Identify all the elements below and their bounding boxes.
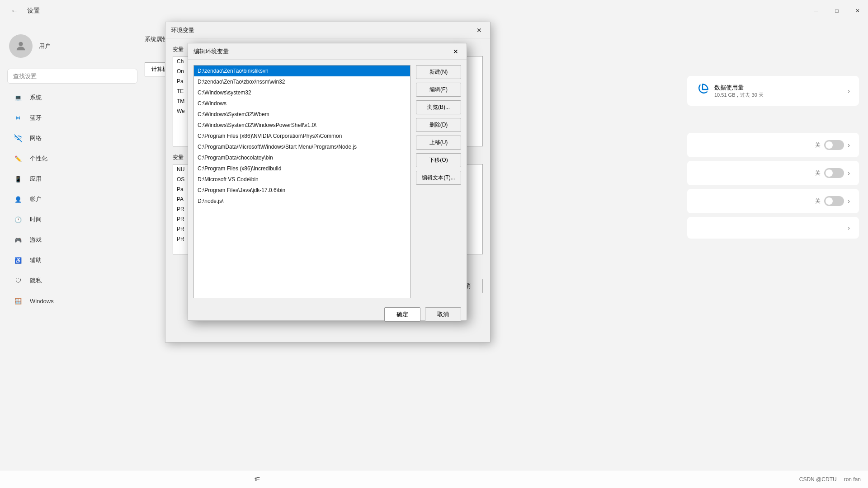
edit-text-button[interactable]: 编辑文本(T)... — [416, 171, 461, 185]
toggle-card-3: 关 › — [687, 189, 859, 213]
sidebar-item-label: 个性化 — [30, 155, 47, 163]
csdn-label: CSDN @CDTU — [799, 476, 837, 483]
toggle-state-2: 关 — [815, 169, 821, 177]
env-entry-9[interactable]: C:\Program Files (x86)\Incredibuild — [194, 163, 410, 174]
edit-env-confirm-button[interactable]: 确定 — [384, 307, 420, 322]
username: 用户 — [39, 42, 51, 50]
bluetooth-icon — [13, 113, 24, 123]
new-button[interactable]: 新建(N) — [416, 65, 461, 79]
avatar — [9, 34, 33, 58]
pen-icon: ✏️ — [13, 153, 24, 164]
env-entry-7[interactable]: C:\ProgramData\Microsoft\Windows\Start M… — [194, 141, 410, 152]
env-entry-11[interactable]: C:\Program Files\Java\jdk-17.0.6\bin — [194, 185, 410, 196]
edit-env-cancel-button[interactable]: 取消 — [425, 307, 461, 322]
chevron-right-icon-4: › — [848, 197, 850, 205]
env-entry-12[interactable]: D:\node.js\ — [194, 196, 410, 206]
windows-icon: 🪟 — [13, 296, 24, 306]
sidebar-item-label: 帐户 — [30, 195, 42, 203]
extra-label: ron fan — [844, 476, 861, 483]
env-action-panel: 新建(N) 编辑(E) 浏览(B)... 删除(D) 上移(U) 下移(O) 编… — [416, 65, 461, 298]
chevron-right-icon-3: › — [848, 169, 850, 177]
sidebar-item-label: 蓝牙 — [30, 114, 42, 122]
sidebar-item-label: 网络 — [30, 134, 42, 142]
sidebar-item-label: 时间 — [30, 216, 42, 224]
edit-env-body: D:\zendao\ZenTao\bin\sliksvn D:\zendao\Z… — [188, 60, 467, 304]
env-entry-10[interactable]: D:\Microsoft VS Code\bin — [194, 174, 410, 185]
env-entry-0[interactable]: D:\zendao\ZenTao\bin\sliksvn — [194, 66, 410, 76]
sidebar-item-accessibility[interactable]: ♿ 辅助 — [4, 250, 141, 270]
bottom-bar: tE CSDN @CDTU ron fan — [0, 470, 868, 488]
network-icon — [13, 133, 24, 144]
user-info: 用户 — [39, 42, 51, 50]
env-vars-title: 环境变量 — [171, 26, 194, 34]
sidebar-item-label: 游戏 — [30, 236, 42, 244]
sidebar-item-personalization[interactable]: ✏️ 个性化 — [4, 149, 141, 169]
right-panel: 数据使用量 10.51 GB，过去 30 天 › 关 › 关 › 关 — [687, 76, 859, 242]
toggle-switch-2[interactable] — [824, 168, 844, 178]
data-usage-label: 数据使用量 — [714, 84, 764, 92]
accounts-icon: 👤 — [13, 194, 24, 205]
data-usage-value: 10.51 GB，过去 30 天 — [714, 92, 764, 99]
toggle-switch-1[interactable] — [824, 140, 844, 150]
env-entry-1[interactable]: D:\zendao\ZenTao\zbox\nssm\win32 — [194, 76, 410, 87]
edit-env-title: 编辑环境变量 — [193, 47, 229, 56]
chevron-right-icon: › — [848, 87, 850, 94]
sidebar-item-label: 辅助 — [30, 256, 42, 264]
edit-button[interactable]: 编辑(E) — [416, 83, 461, 97]
sidebar-item-windows[interactable]: 🪟 Windows — [4, 291, 141, 311]
toggle-state-3: 关 — [815, 197, 821, 205]
toggle-state-1: 关 — [815, 141, 821, 149]
sidebar-item-bluetooth[interactable]: 蓝牙 — [4, 108, 141, 128]
chevron-right-icon-5: › — [848, 224, 850, 231]
sidebar-user: 用户 — [0, 27, 145, 65]
env-vars-titlebar: 环境变量 ✕ — [165, 22, 490, 38]
move-up-button[interactable]: 上移(U) — [416, 136, 461, 150]
sidebar-item-time[interactable]: 🕐 时间 — [4, 210, 141, 230]
sidebar-item-network[interactable]: 网络 — [4, 128, 141, 148]
back-button[interactable]: ← — [7, 4, 22, 18]
edit-env-close-button[interactable]: ✕ — [450, 46, 461, 57]
privacy-icon: 🛡 — [13, 275, 24, 286]
sidebar-item-privacy[interactable]: 🛡 隐私 — [4, 271, 141, 291]
close-button[interactable]: ✕ — [847, 0, 868, 22]
browse-button[interactable]: 浏览(B)... — [416, 100, 461, 114]
env-vars-close-button[interactable]: ✕ — [474, 25, 485, 36]
sidebar-item-accounts[interactable]: 👤 帐户 — [4, 189, 141, 209]
sidebar-item-label: 系统 — [30, 94, 42, 102]
settings-title: 设置 — [27, 7, 40, 15]
toggle-switch-3[interactable] — [824, 196, 844, 206]
settings-titlebar: ← 设置 ─ □ ✕ — [0, 0, 868, 22]
env-entry-8[interactable]: C:\ProgramData\chocolatey\bin — [194, 152, 410, 163]
edit-env-titlebar: 编辑环境变量 ✕ — [188, 43, 467, 60]
minimize-button[interactable]: ─ — [806, 0, 826, 22]
svg-point-0 — [19, 42, 23, 46]
toggle-card-1: 关 › — [687, 133, 859, 157]
chevron-right-icon-2: › — [848, 141, 850, 149]
maximize-button[interactable]: □ — [826, 0, 847, 22]
apps-icon: 📱 — [13, 174, 24, 184]
delete-button[interactable]: 删除(D) — [416, 118, 461, 132]
sidebar-item-label: 隐私 — [30, 277, 42, 285]
accessibility-icon: ♿ — [13, 255, 24, 266]
env-entry-4[interactable]: C:\Windows\System32\Wbem — [194, 109, 410, 120]
sidebar-item-games[interactable]: 🎮 游戏 — [4, 230, 141, 250]
env-entry-5[interactable]: C:\Windows\System32\WindowsPowerShell\v1… — [194, 120, 410, 131]
sidebar-item-apps[interactable]: 📱 应用 — [4, 169, 141, 189]
env-entry-6[interactable]: C:\Program Files (x86)\NVIDIA Corporatio… — [194, 131, 410, 141]
time-icon: 🕐 — [13, 214, 24, 225]
extra-card[interactable]: › — [687, 217, 859, 239]
env-entry-2[interactable]: C:\Windows\system32 — [194, 87, 410, 98]
data-usage-card[interactable]: 数据使用量 10.51 GB，过去 30 天 › — [687, 76, 859, 106]
edit-env-dialog: 编辑环境变量 ✕ D:\zendao\ZenTao\bin\sliksvn D:… — [188, 43, 467, 321]
settings-sidebar: 用户 💻 系统 蓝牙 网络 ✏️ 个性化 📱 应用 👤 帐户 🕐 时间 🎮 游戏 — [0, 22, 145, 488]
toggle-card-2: 关 › — [687, 161, 859, 185]
sidebar-item-system[interactable]: 💻 系统 — [4, 88, 141, 108]
window-controls: ─ □ ✕ — [806, 0, 868, 22]
search-input[interactable] — [7, 69, 137, 84]
move-down-button[interactable]: 下移(O) — [416, 153, 461, 167]
sidebar-item-label: 应用 — [30, 175, 42, 183]
games-icon: 🎮 — [13, 235, 24, 245]
edit-env-footer: 确定 取消 — [188, 304, 467, 325]
env-path-list[interactable]: D:\zendao\ZenTao\bin\sliksvn D:\zendao\Z… — [193, 65, 410, 298]
env-entry-3[interactable]: C:\Windows — [194, 98, 410, 109]
